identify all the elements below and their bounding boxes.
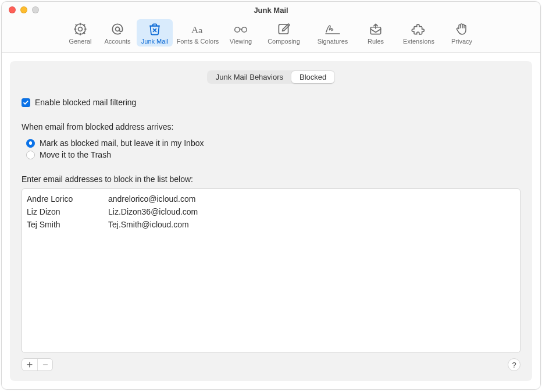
window-title: Junk Mail: [2, 6, 540, 15]
remove-button[interactable]: [37, 359, 52, 370]
minus-icon: [42, 361, 49, 368]
svg-point-5: [235, 27, 240, 33]
tab-signatures[interactable]: Signatures: [309, 19, 356, 47]
help-button[interactable]: ?: [508, 358, 520, 371]
enable-blocked-checkbox[interactable]: [22, 98, 30, 107]
content-wrap: Junk Mail Behaviors Blocked Enable block…: [2, 53, 540, 389]
blocked-name: Andre Lorico: [27, 194, 108, 204]
footer: ?: [22, 357, 520, 373]
tab-accounts[interactable]: Accounts: [99, 19, 136, 47]
enable-blocked-row[interactable]: Enable blocked mail filtering: [22, 98, 520, 107]
svg-point-1: [75, 24, 85, 34]
tab-composing[interactable]: Composing: [260, 19, 308, 47]
enable-blocked-label: Enable blocked mail filtering: [35, 98, 136, 107]
add-remove-control: [22, 358, 53, 371]
toolbar: General Accounts Junk Mail: [2, 18, 540, 53]
tab-extensions[interactable]: Extensions: [395, 19, 443, 47]
radio-trash-label: Move it to the Trash: [40, 150, 111, 159]
tab-label: Accounts: [104, 38, 130, 45]
blocked-name: Liz Dizon: [27, 207, 108, 216]
tab-privacy[interactable]: Privacy: [444, 19, 480, 47]
blocked-email: Liz.Dizon36@icloud.com: [108, 207, 515, 216]
svg-point-2: [116, 27, 120, 31]
tab-rules[interactable]: Rules: [358, 19, 394, 47]
segmented-control: Junk Mail Behaviors Blocked: [207, 70, 336, 84]
svg-point-0: [79, 27, 83, 31]
compose-icon: [276, 21, 291, 37]
svg-point-6: [242, 27, 247, 33]
list-item[interactable]: Tej Smith Tej.Smith@icloud.com: [27, 218, 515, 231]
tab-label: Junk Mail: [141, 38, 168, 45]
blocked-email: Tej.Smith@icloud.com: [108, 220, 515, 229]
plus-icon: [26, 361, 33, 368]
list-item[interactable]: Andre Lorico andrelorico@icloud.com: [27, 193, 515, 205]
blocked-list[interactable]: Andre Lorico andrelorico@icloud.com Liz …: [22, 188, 520, 353]
tab-label: Fonts & Colors: [177, 38, 219, 45]
rules-icon: [368, 21, 383, 37]
tab-viewing[interactable]: Viewing: [223, 19, 259, 47]
at-sign-icon: [110, 21, 125, 37]
minimize-button[interactable]: [20, 6, 27, 13]
radio-trash-row[interactable]: Move it to the Trash: [26, 150, 520, 159]
arrives-radio-group: Mark as blocked mail, but leave it in my…: [22, 136, 520, 162]
titlebar: Junk Mail: [2, 2, 540, 18]
seg-blocked[interactable]: Blocked: [291, 71, 334, 83]
signature-icon: [324, 21, 341, 37]
zoom-button[interactable]: [32, 6, 39, 13]
content-pane: Junk Mail Behaviors Blocked Enable block…: [10, 61, 532, 381]
list-label: Enter email addresses to block in the li…: [22, 174, 520, 184]
radio-mark[interactable]: [26, 139, 35, 148]
glasses-icon: [232, 21, 249, 37]
tab-general[interactable]: General: [62, 19, 98, 47]
tab-fonts-colors[interactable]: A a Fonts & Colors: [174, 19, 222, 47]
tab-label: Viewing: [230, 38, 252, 45]
tab-junk-mail[interactable]: Junk Mail: [137, 19, 173, 47]
tab-label: General: [69, 38, 91, 45]
gear-icon: [73, 21, 88, 37]
tab-label: Rules: [368, 38, 384, 45]
junk-mail-icon: [147, 21, 162, 37]
tab-label: Privacy: [451, 38, 472, 45]
traffic-lights: [2, 6, 39, 13]
tab-label: Composing: [268, 38, 300, 45]
radio-trash[interactable]: [26, 151, 35, 159]
arrives-label: When email from blocked address arrives:: [22, 122, 520, 131]
list-item[interactable]: Liz Dizon Liz.Dizon36@icloud.com: [27, 205, 515, 218]
svg-text:a: a: [198, 26, 203, 35]
blocked-email: andrelorico@icloud.com: [108, 194, 515, 204]
blocked-name: Tej Smith: [27, 220, 108, 229]
puzzle-icon: [411, 21, 426, 37]
preferences-window: Junk Mail General Accounts: [1, 1, 541, 390]
tab-label: Extensions: [403, 38, 434, 45]
seg-behaviors[interactable]: Junk Mail Behaviors: [208, 71, 291, 83]
fonts-icon: A a: [189, 21, 206, 37]
hand-icon: [455, 21, 469, 37]
radio-mark-row[interactable]: Mark as blocked mail, but leave it in my…: [26, 138, 520, 148]
tab-label: Signatures: [318, 38, 348, 45]
radio-mark-label: Mark as blocked mail, but leave it in my…: [40, 138, 204, 148]
close-button[interactable]: [9, 6, 16, 13]
add-button[interactable]: [22, 359, 37, 370]
